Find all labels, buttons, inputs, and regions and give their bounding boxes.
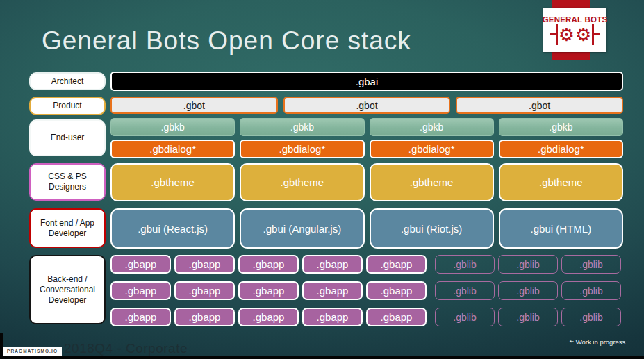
page-title: General Bots Open Core stack: [42, 26, 411, 56]
gbkb-box: .gbkb: [499, 118, 623, 136]
gbui-angular-box: .gbui (Angular.js): [240, 208, 364, 249]
gblib-box: .gblib: [435, 281, 495, 300]
row-gbkb: .gbkb .gbkb .gbkb .gbkb: [110, 118, 623, 136]
gblib-box: .gblib: [561, 281, 621, 300]
gbapp-box: .gbapp: [302, 281, 363, 300]
general-bots-logo: GENERAL BOTS ⚙ ⚙: [543, 8, 606, 52]
gbkb-box: .gbkb: [110, 118, 235, 136]
gbkb-box: .gbkb: [240, 118, 364, 136]
logo-brand-text: GENERAL BOTS: [543, 15, 608, 24]
gbtheme-box: .gbtheme: [110, 163, 235, 201]
row-backend-3: .gbapp .gbapp .gbapp .gbapp .gbapp .gbli…: [110, 308, 623, 326]
row-gbtheme: .gbtheme .gbtheme .gbtheme .gbtheme: [110, 163, 623, 201]
row-gbdialog: .gbdialog* .gbdialog* .gbdialog* .gbdial…: [110, 140, 623, 158]
gbai-box: .gbai: [110, 72, 623, 91]
gblib-box: .gblib: [561, 308, 621, 326]
slide-edge: [0, 333, 3, 359]
gbdialog-box: .gbdialog*: [370, 140, 494, 158]
gbtheme-box: .gbtheme: [370, 163, 494, 201]
gbapp-box: .gbapp: [238, 255, 299, 274]
gbui-react-box: .gbui (React.js): [110, 208, 235, 249]
gblib-box: .gblib: [435, 255, 495, 274]
gears-icon: ⚙ ⚙: [556, 24, 595, 45]
gblib-box: .gblib: [498, 255, 558, 274]
label-product: Product: [29, 97, 106, 115]
label-architect: Architect: [29, 72, 106, 90]
gbot-box: .gbot: [110, 97, 278, 114]
gbtheme-box: .gbtheme: [499, 163, 623, 201]
gbapp-box: .gbapp: [366, 281, 427, 300]
gbkb-box: .gbkb: [370, 118, 494, 136]
label-end-user: End-user: [29, 119, 106, 156]
gbapp-box: .gbapp: [302, 308, 363, 326]
row-gbot: .gbot .gbot .gbot: [110, 97, 623, 114]
gbapp-box: .gbapp: [174, 255, 235, 274]
gbapp-box: .gbapp: [366, 308, 427, 326]
gbapp-box: .gbapp: [302, 255, 363, 274]
gbdialog-box: .gbdialog*: [240, 140, 364, 158]
gbtheme-box: .gbtheme: [240, 163, 364, 201]
gbapp-box: .gbapp: [174, 308, 235, 326]
gblib-box: .gblib: [435, 308, 495, 326]
gear-bar-right-icon: [592, 24, 594, 45]
row-backend-1: .gbapp .gbapp .gbapp .gbapp .gbapp .gbli…: [110, 255, 623, 274]
gbui-riot-box: .gbui (Riot.js): [370, 208, 494, 249]
work-in-progress-note: *: Work in progress.: [570, 338, 627, 346]
gbapp-box: .gbapp: [238, 308, 299, 326]
gbapp-box: .gbapp: [174, 281, 235, 300]
label-backend-conversational-developer: Back-end / Conversational Developer: [29, 255, 106, 324]
gear-icon: ⚙: [559, 26, 575, 44]
gbui-html-box: .gbui (HTML): [499, 208, 623, 249]
gbapp-box: .gbapp: [110, 308, 171, 326]
footer-caption: 2018Q4 - Corporate: [64, 341, 188, 356]
slide: General Bots Open Core stack GENERAL BOT…: [0, 0, 644, 359]
gbdialog-box: .gbdialog*: [110, 140, 235, 158]
gblib-box: .gblib: [561, 255, 621, 274]
gbapp-box: .gbapp: [366, 255, 427, 274]
gear-icon: ⚙: [575, 26, 591, 44]
row-gbai: .gbai: [110, 72, 623, 91]
gbapp-box: .gbapp: [238, 281, 299, 300]
gbdialog-box: .gbdialog*: [499, 140, 623, 158]
row-backend-2: .gbapp .gbapp .gbapp .gbapp .gbapp .gbli…: [110, 281, 623, 300]
gblib-box: .gblib: [498, 281, 558, 300]
gbot-box: .gbot: [456, 97, 623, 114]
gear-bar-left-icon: [556, 24, 558, 45]
label-css-ps-designers: CSS & PS Designers: [29, 163, 106, 201]
label-frontend-app-developer: Font end / App Developer: [29, 208, 106, 248]
gblib-box: .gblib: [498, 308, 558, 326]
gbapp-box: .gbapp: [110, 255, 171, 274]
pragmatismo-badge: PRAGMATISMO.IO: [3, 347, 62, 356]
gbapp-box: .gbapp: [110, 281, 171, 300]
row-gbui: .gbui (React.js) .gbui (Angular.js) .gbu…: [110, 208, 623, 249]
gbot-box: .gbot: [283, 97, 451, 114]
